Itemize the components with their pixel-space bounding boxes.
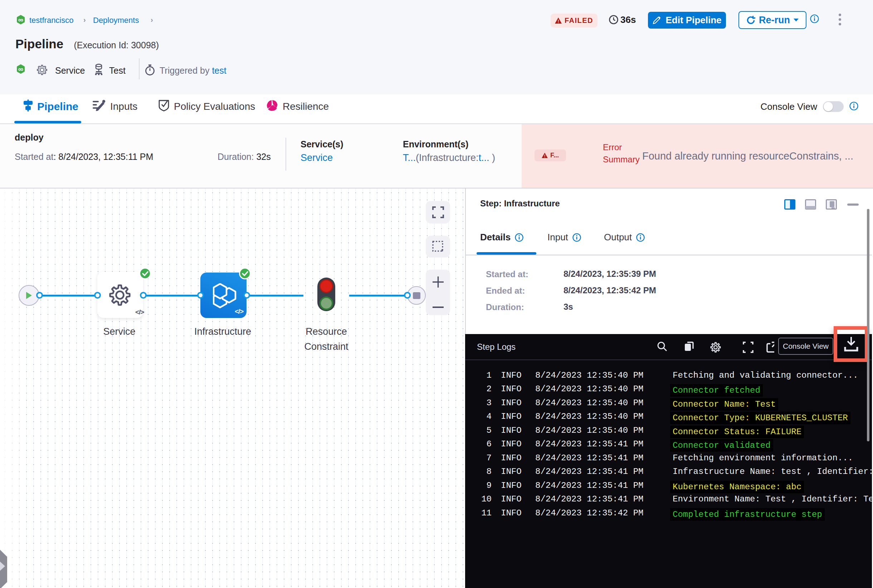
svg-text:∞: ∞: [18, 65, 23, 73]
svg-text:∞: ∞: [18, 16, 23, 24]
